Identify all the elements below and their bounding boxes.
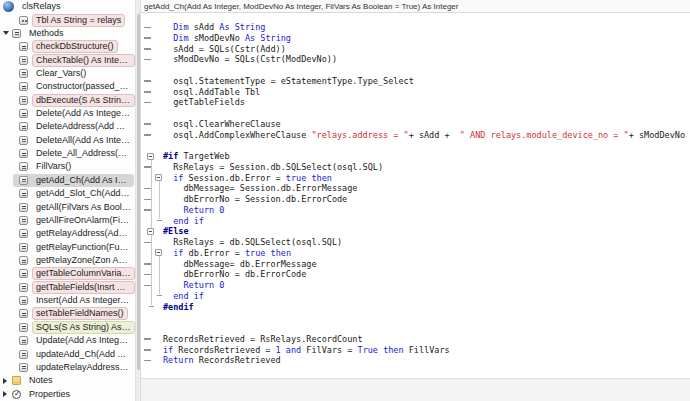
gutter-line-dash[interactable] bbox=[144, 59, 151, 61]
method-icon bbox=[19, 162, 28, 171]
gutter-line-dash[interactable] bbox=[144, 37, 151, 39]
navigator-item[interactable]: Tbl As String = relays bbox=[0, 13, 135, 26]
fold-toggle-icon[interactable] bbox=[155, 174, 162, 181]
disclosure-triangle[interactable] bbox=[3, 391, 12, 397]
property-icon bbox=[19, 16, 28, 25]
navigator-item[interactable]: DeleteAll(Add As Integer = 0, … bbox=[0, 134, 135, 147]
code-token: " AND relays.module_device_no = " bbox=[460, 130, 629, 140]
navigator-item[interactable]: getAdd_Slot_Ch(Add As Integ… bbox=[0, 187, 135, 200]
navigator-item[interactable]: getAdd_Ch(Add As Integer, M… bbox=[0, 174, 135, 187]
gutter-line-dash[interactable] bbox=[144, 80, 151, 82]
code-line[interactable]: osql.ClearWhereClause bbox=[141, 119, 690, 130]
code-line[interactable]: #endif bbox=[141, 302, 690, 313]
navigator-item[interactable]: Clear_Vars() bbox=[0, 67, 135, 80]
navigator-item[interactable]: getAllFireOnAlarm(Fire As Stri… bbox=[0, 214, 135, 227]
code-line[interactable]: dbErrorNo = Session.db.ErrorCode bbox=[141, 194, 690, 205]
disclosure-triangle[interactable] bbox=[3, 378, 12, 384]
navigator-item[interactable]: updateRelayAddress(Add As I… bbox=[0, 361, 135, 374]
code-line[interactable]: if Session.db.Error = true then bbox=[141, 173, 690, 184]
gutter-line-dash[interactable] bbox=[144, 91, 151, 93]
navigator-item-label: CheckTable() As Integer bbox=[32, 54, 135, 67]
gutter-line-dash[interactable] bbox=[144, 360, 151, 362]
code-token: dbMessage= db.ErrorMessage bbox=[163, 259, 317, 269]
code-token: RsRelays = Session.db.SQLSelect(osql.SQL… bbox=[163, 162, 383, 172]
gutter-line-dash[interactable] bbox=[144, 134, 151, 136]
code-line[interactable]: end if bbox=[141, 216, 690, 227]
code-token: then bbox=[271, 248, 291, 258]
fold-toggle-icon[interactable] bbox=[147, 228, 154, 235]
code-line[interactable]: RsRelays = db.SQLSelect(osql.SQL) bbox=[141, 237, 690, 248]
code-line[interactable]: Dim sModDevNo As String bbox=[141, 33, 690, 44]
navigator-item-label: getRelayZone(Zon As Integer, … bbox=[32, 254, 135, 267]
code-line[interactable]: Return RecordsRetrieved bbox=[141, 355, 690, 366]
code-line[interactable]: dbMessage= Session.db.ErrorMessage bbox=[141, 183, 690, 194]
navigator-item[interactable]: SQLs(S As String) As String bbox=[0, 321, 135, 334]
gutter-line-dash[interactable] bbox=[144, 349, 151, 351]
navigator-item[interactable]: getRelayAddress(Add As Inte… bbox=[0, 227, 135, 240]
code-line[interactable]: getTableFields bbox=[141, 97, 690, 108]
code-line[interactable]: osql.AddComplexWhereClause "relays.addre… bbox=[141, 130, 690, 141]
code-line[interactable] bbox=[141, 140, 690, 151]
navigator-item[interactable]: dbExecute(S As String) As Inte… bbox=[0, 94, 135, 107]
code-line[interactable]: Return 0 bbox=[141, 280, 690, 291]
method-icon bbox=[19, 149, 28, 158]
code-line[interactable]: if db.Error = true then bbox=[141, 248, 690, 259]
gutter-line-dash[interactable] bbox=[144, 123, 151, 125]
navigator-item[interactable]: FillVars() bbox=[0, 160, 135, 173]
code-token: if bbox=[173, 248, 183, 258]
code-line[interactable]: dbErrorNo = db.ErrorCode bbox=[141, 269, 690, 280]
class-icon bbox=[3, 1, 14, 12]
code-line[interactable]: Return 0 bbox=[141, 205, 690, 216]
gutter-line-dash[interactable] bbox=[144, 102, 151, 104]
navigator-item[interactable]: Delete_All_Address(Add As Int… bbox=[0, 147, 135, 160]
navigator-item[interactable]: getTableColumnVariables(Insr… bbox=[0, 267, 135, 280]
navigator-item[interactable]: setTableFieldNames() bbox=[0, 307, 135, 320]
disclosure-triangle[interactable] bbox=[3, 31, 12, 35]
code-line[interactable] bbox=[141, 65, 690, 76]
navigator-item[interactable]: Notes bbox=[0, 374, 135, 387]
code-line[interactable]: osql.StatementType = eStatementType.Type… bbox=[141, 76, 690, 87]
navigator-item[interactable]: DeleteAddress(Add As Integer… bbox=[0, 120, 135, 133]
code-editor[interactable]: Dim sAdd As String Dim sModDevNo As Stri… bbox=[141, 13, 690, 387]
code-line[interactable]: RecordsRetrieved = RsRelays.RecordCount bbox=[141, 334, 690, 345]
navigator-item[interactable]: Delete(Add As Integer, Slot As… bbox=[0, 107, 135, 120]
code-token: dbErrorNo = db.ErrorCode bbox=[163, 269, 306, 279]
method-icon bbox=[19, 323, 28, 332]
navigator-item[interactable]: getRelayZone(Zon As Integer, … bbox=[0, 254, 135, 267]
navigator-item[interactable]: getTableFields(Insrt As Boolea… bbox=[0, 281, 135, 294]
code-line[interactable]: sModDevNo = SQLs(Cstr(ModDevNo)) bbox=[141, 54, 690, 65]
code-line[interactable] bbox=[141, 323, 690, 334]
navigator-item[interactable]: Methods bbox=[0, 27, 135, 40]
code-line[interactable]: end if bbox=[141, 291, 690, 302]
gutter-line-dash[interactable] bbox=[144, 48, 151, 50]
code-line[interactable]: RsRelays = Session.db.SQLSelect(osql.SQL… bbox=[141, 162, 690, 173]
gutter-line-dash[interactable] bbox=[144, 27, 151, 29]
code-line[interactable]: sAdd = SQLs(Cstr(Add)) bbox=[141, 44, 690, 55]
navigator-item[interactable]: Properties bbox=[0, 387, 135, 400]
navigator-item[interactable]: getAll(FilVars As Boolean = Fa… bbox=[0, 200, 135, 213]
navigator-item[interactable]: clsRelays bbox=[0, 0, 135, 13]
method-icon bbox=[19, 350, 28, 359]
method-icon bbox=[19, 42, 28, 51]
fold-toggle-icon[interactable] bbox=[155, 249, 162, 256]
code-line[interactable]: dbMessage= db.ErrorMessage bbox=[141, 259, 690, 270]
fold-toggle-icon[interactable] bbox=[147, 153, 154, 160]
code-line[interactable] bbox=[141, 108, 690, 119]
navigator-item[interactable]: Update(Add As Integer, Slot A… bbox=[0, 334, 135, 347]
code-line[interactable]: #if TargetWeb bbox=[141, 151, 690, 162]
code-line[interactable]: #Else bbox=[141, 226, 690, 237]
code-line[interactable]: if RecordsRetrieved = 1 and FilVars = Tr… bbox=[141, 345, 690, 356]
navigator-item[interactable]: getRelayFunction(Funct As Str… bbox=[0, 240, 135, 253]
navigator-item[interactable]: Constructor(passed_Db As cls… bbox=[0, 80, 135, 93]
properties-icon bbox=[12, 390, 21, 399]
navigator-item[interactable]: CheckTable() As Integer bbox=[0, 53, 135, 66]
gutter-line-dash[interactable] bbox=[144, 338, 151, 340]
code-token: + sModDevNo bbox=[629, 130, 685, 140]
navigator-item[interactable]: Insert(Add As Integer, Slot As … bbox=[0, 294, 135, 307]
navigator-item[interactable]: checkDbStructure() bbox=[0, 40, 135, 53]
navigator-item[interactable]: updateAdd_Ch(Add As Intege… bbox=[0, 347, 135, 360]
code-line[interactable]: Dim sAdd As String bbox=[141, 22, 690, 33]
fold-end-mark bbox=[149, 306, 154, 307]
code-line[interactable] bbox=[141, 312, 690, 323]
code-line[interactable]: osql.AddTable Tbl bbox=[141, 87, 690, 98]
